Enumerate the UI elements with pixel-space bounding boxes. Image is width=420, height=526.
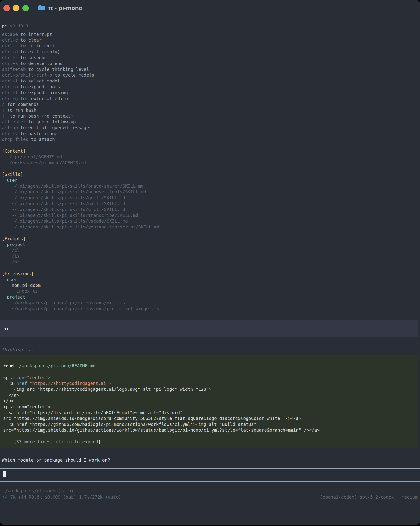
text-cursor — [3, 471, 6, 477]
shortcut-line: ctrl+kto delete to end — [0, 61, 420, 66]
assistant-message: Which module or package should I work on… — [0, 457, 420, 463]
shortcut-description: to suspend — [20, 55, 47, 60]
input-bottom-rule — [0, 482, 420, 482]
status-usage: ↑4.7k ↓44 R3.8k $0.009 (sub) 1.7%/272k (… — [2, 494, 121, 500]
shortcut-line: /for commands — [0, 101, 420, 107]
shortcut-key: / — [2, 102, 5, 107]
shortcut-line: ctrl+c twiceto exit — [0, 43, 420, 49]
titlebar: π - pi-mono — [0, 0, 420, 16]
shortcut-line: ctrl+lto select model — [0, 78, 420, 84]
prompts-section: [Prompts] project /cl /is /pr — [0, 236, 420, 265]
user-message: hi — [0, 320, 418, 337]
shortcut-key: ctrl+t — [2, 90, 18, 95]
shortcut-line: ctrl+p/shift+ctrl+pto cycle models — [0, 72, 420, 78]
skills-section: [Skills] user ~/.pi/agent/skills/pi-skil… — [0, 172, 420, 230]
code-line — [3, 369, 415, 375]
minimize-button[interactable] — [13, 5, 20, 11]
shortcut-key: ctrl+g — [2, 96, 18, 101]
window-title: π - pi-mono — [48, 5, 82, 11]
extensions-group-user: user — [0, 277, 420, 283]
thinking-indicator: Thinking ... — [0, 347, 420, 353]
shortcut-line: !!to run bash (no context) — [0, 113, 420, 119]
shortcut-description: to run bash — [7, 108, 36, 113]
shortcut-key: escape — [2, 32, 18, 37]
shortcut-description: to select model — [20, 78, 60, 83]
shortcuts-list: escapeto interrupt ctrl+cto clear ctrl+c… — [0, 31, 420, 142]
extension-package: npm:pi-doom — [0, 283, 420, 288]
code-line: <a href="https://github.com/badlogic/pi-… — [3, 421, 415, 427]
context-path: ~/.pi/agent/AGENTS.md — [0, 154, 420, 160]
prompt-input[interactable] — [0, 471, 420, 482]
skill-path: ~/.pi/agent/skills/pi-skills/youtube-tra… — [0, 224, 420, 230]
shortcut-key: shift+tab — [2, 67, 26, 72]
shortcut-key: !! — [2, 113, 7, 119]
extensions-header: [Extensions] — [0, 271, 420, 277]
code-line: <p align="center"> — [3, 375, 415, 381]
shortcut-description: to attach — [31, 137, 55, 142]
shortcut-line: !to run bash — [0, 107, 420, 113]
prompts-group-project: project — [0, 242, 420, 247]
status-line: ↑4.7k ↓44 R3.8k $0.009 (sub) 1.7%/272k (… — [0, 494, 420, 500]
shortcut-line: ctrl+dto exit (empty) — [0, 49, 420, 55]
tool-call-header: read~/workspaces/pi-mono/README.md — [3, 363, 415, 369]
extension-paths: ~/workspaces/pi-mono/.pi/extensions/diff… — [0, 300, 420, 312]
shortcut-description: to clear — [20, 38, 42, 43]
skills-paths: ~/.pi/agent/skills/pi-skills/brave-searc… — [0, 183, 420, 230]
shortcut-key: alt+enter — [2, 119, 26, 124]
shortcut-description: to exit — [36, 43, 55, 48]
shortcut-description: to delete to end — [20, 61, 62, 66]
tool-call-block: read~/workspaces/pi-mono/README.md <p al… — [0, 355, 418, 448]
context-path: ~/workspaces/pi-mono/AGENTS.md — [0, 160, 420, 166]
shortcut-line: alt+upto edit all queued messages — [0, 125, 420, 131]
code-line: <a href="https://shittycodingagent.ai"> — [3, 381, 415, 386]
shortcut-key: ctrl+l — [2, 78, 18, 83]
shortcut-description: to expand tools — [20, 84, 60, 89]
shortcut-key: ctrl+v — [2, 131, 18, 136]
shortcut-line: shift+tabto cycle thinking level — [0, 66, 420, 72]
prompt-command: /is — [0, 253, 420, 259]
code-line — [3, 433, 415, 439]
code-line: <a href="https://discord.com/invite/nKXT… — [3, 410, 415, 415]
traffic-lights — [3, 5, 29, 11]
folder-icon — [38, 5, 45, 11]
app-name: pi — [2, 23, 7, 29]
skills-group-user: user — [0, 177, 420, 183]
extension-path: ~/workspaces/pi-mono/.pi/extensions/diff… — [0, 300, 420, 306]
shortcut-description: to queue follow-up — [29, 119, 76, 124]
shortcut-line: escapeto interrupt — [0, 31, 420, 37]
prompt-command: /cl — [0, 247, 420, 253]
extensions-group-project: project — [0, 294, 420, 300]
extension-package-file: index.ts — [0, 288, 420, 294]
prompts-header: [Prompts] — [0, 236, 420, 242]
prompt-command: /pr — [0, 259, 420, 265]
prompt-commands: /cl /is /pr — [0, 247, 420, 265]
code-line: ... (37 more lines, ctrl+o to expand) — [3, 439, 415, 445]
maximize-button[interactable] — [22, 5, 29, 11]
shortcut-line: ctrl+tto expand thinking — [0, 90, 420, 96]
skill-path: ~/.pi/agent/skills/pi-skills/gccli/SKILL… — [0, 195, 420, 201]
shortcut-key: ctrl+k — [2, 61, 18, 66]
shortcut-description: to cycle models — [55, 72, 94, 78]
shortcut-key: ctrl+c — [2, 38, 18, 43]
extensions-section: [Extensions] user npm:pi-doom index.ts p… — [0, 271, 420, 312]
context-header: [Context] — [0, 148, 420, 154]
context-section: [Context] ~/.pi/agent/AGENTS.md ~/worksp… — [0, 148, 420, 166]
shortcut-key: alt+up — [2, 125, 18, 130]
code-line: <p align="center"> — [3, 404, 415, 410]
skill-path: ~/.pi/agent/skills/pi-skills/gdcli/SKILL… — [0, 201, 420, 207]
close-button[interactable] — [3, 5, 10, 11]
shortcut-description: to cycle thinking level — [29, 67, 89, 72]
code-line: src="https://img.shields.io/badge/discor… — [3, 415, 415, 421]
tool-output-code: <p align="center"> <a href="https://shit… — [3, 369, 415, 445]
shortcut-description: to paste image — [20, 131, 57, 136]
tool-name: read — [3, 363, 14, 368]
tool-argument: ~/workspaces/pi-mono/README.md — [16, 363, 95, 368]
status-cwd: ~/workspaces/pi-mono (main) — [0, 488, 420, 494]
shortcut-key: ctrl+o — [2, 84, 18, 89]
shortcut-description: to interrupt — [20, 32, 52, 37]
skill-path: ~/.pi/agent/skills/pi-skills/transcribe/… — [0, 212, 420, 218]
code-line: src="https://img.shields.io/github/actio… — [3, 427, 415, 433]
shortcut-description: for external editor — [20, 96, 71, 101]
skills-header: [Skills] — [0, 172, 420, 177]
shortcut-key: ctrl+z — [2, 55, 18, 60]
